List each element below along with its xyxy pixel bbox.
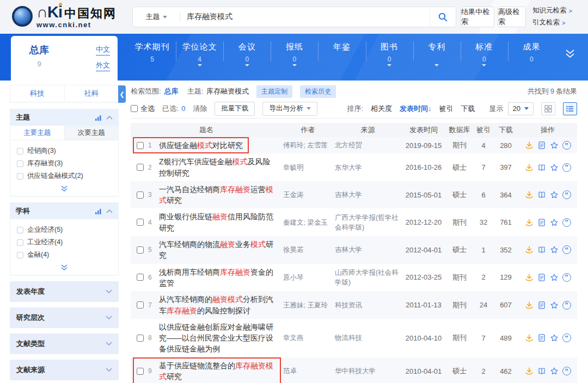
html-read-icon[interactable] <box>537 333 546 342</box>
link-chinese[interactable]: 中文 <box>96 45 110 55</box>
html-read-icon[interactable] <box>537 301 546 310</box>
download-icon[interactable] <box>525 367 534 375</box>
col-cited[interactable]: 被引 <box>474 125 493 135</box>
download-icon[interactable] <box>525 273 534 282</box>
filter-tab-keji[interactable]: 科技 <box>10 85 64 102</box>
citation-search-link[interactable]: 引文检索> <box>532 18 572 27</box>
nav-item[interactable]: 学位论文 4 <box>176 34 223 81</box>
result-source[interactable]: 山西师大学报(社会科学版) <box>334 268 402 287</box>
row-checkbox[interactable] <box>137 368 144 375</box>
download-icon[interactable] <box>525 141 534 150</box>
book-read-icon[interactable] <box>537 245 546 254</box>
list-view-button[interactable] <box>563 102 577 115</box>
batch-download-button[interactable]: 批量下载 <box>215 102 255 116</box>
page-size-select[interactable]: 20 <box>508 102 534 115</box>
result-title-link[interactable]: 一汽马自达经销商库存融资运营模式研究 <box>159 184 275 206</box>
result-authors[interactable]: 徐昊若 <box>282 245 334 255</box>
facet-item[interactable]: 工业经济(4) <box>17 236 113 249</box>
result-title-link[interactable]: 基于供应链物流整合的库存融资模式研究 <box>159 360 275 382</box>
result-authors[interactable]: 章毓明 <box>282 163 334 172</box>
quote-icon[interactable] <box>562 301 571 310</box>
result-cited-count[interactable]: 2 <box>474 367 493 375</box>
row-checkbox[interactable] <box>137 142 144 149</box>
quote-icon[interactable] <box>562 163 571 172</box>
html-read-icon[interactable] <box>537 273 546 282</box>
facet-item[interactable]: 库存融资(3) <box>17 157 113 170</box>
scope-value[interactable]: 总库 <box>164 87 179 96</box>
quote-icon[interactable] <box>562 190 571 199</box>
subtab-secondary-topic[interactable]: 次要主题 <box>64 126 119 140</box>
col-source[interactable]: 来源 <box>334 125 402 135</box>
nav-item[interactable]: 会议 0 <box>223 34 271 81</box>
nav-item[interactable]: 专利 <box>413 34 461 81</box>
expand-more-icon[interactable] <box>10 184 118 196</box>
result-source[interactable]: 广西大学学报(哲学社会科学版) <box>334 213 402 232</box>
result-authors[interactable]: 范卓 <box>282 366 334 376</box>
sort-cited[interactable]: 被引 <box>439 104 454 114</box>
facet-bar-publish-year[interactable]: 发表年度 <box>10 281 119 302</box>
result-title-link[interactable]: 汽车经销商的物流融资业务模式研究 <box>159 239 275 261</box>
row-checkbox[interactable] <box>137 301 144 308</box>
col-title[interactable]: 题名 <box>131 125 282 135</box>
favorite-icon[interactable] <box>550 301 559 310</box>
download-icon[interactable] <box>525 163 534 172</box>
facet-bar-research-level[interactable]: 研究层次 <box>10 307 119 328</box>
result-title-link[interactable]: 供应链金融模式对比研究 <box>159 140 243 151</box>
col-date[interactable]: 发表时间 <box>402 125 445 135</box>
quote-icon[interactable] <box>562 333 571 342</box>
result-source[interactable]: 华中科技大学 <box>334 366 402 376</box>
col-download[interactable]: 下载 <box>493 125 518 135</box>
facet-item[interactable]: 金融(4) <box>17 249 113 261</box>
facet-bar-document-type[interactable]: 文献类型 <box>10 333 119 354</box>
nav-item[interactable]: 图书 0 <box>366 34 413 81</box>
select-all[interactable]: 全选 <box>131 104 155 114</box>
col-author[interactable]: 作者 <box>282 125 334 135</box>
search-in-results-button[interactable]: 结果中检索 <box>461 7 494 27</box>
favorite-icon[interactable] <box>550 245 559 254</box>
result-authors[interactable]: 傅莉玲; 左雪莲 <box>282 140 334 150</box>
expand-nav-icon[interactable] <box>564 49 576 60</box>
search-history-badge[interactable]: 检索历史 <box>300 85 336 98</box>
export-analyze-button[interactable]: 导出与分析 <box>262 102 317 116</box>
row-checkbox[interactable] <box>137 219 144 226</box>
result-cited-count[interactable]: 7 <box>474 163 493 171</box>
result-source[interactable]: 吉林大学 <box>334 245 402 255</box>
chevron-up-icon[interactable] <box>106 115 113 120</box>
download-icon[interactable] <box>525 301 534 310</box>
row-checkbox[interactable] <box>137 164 144 171</box>
sidebar-collapse-button[interactable]: ❮ <box>118 85 126 103</box>
row-checkbox[interactable] <box>137 335 144 342</box>
row-checkbox[interactable] <box>137 192 144 199</box>
row-checkbox[interactable] <box>137 246 144 254</box>
expand-more-icon[interactable] <box>10 263 118 275</box>
book-read-icon[interactable] <box>537 367 546 375</box>
search-button[interactable] <box>430 7 456 27</box>
quote-icon[interactable] <box>562 141 571 150</box>
result-source[interactable]: 吉林大学 <box>334 190 402 200</box>
facet-item[interactable]: 经销商(3) <box>17 145 113 157</box>
result-authors[interactable]: 王雅妹; 王夏玲 <box>282 300 334 310</box>
result-cited-count[interactable]: 2 <box>474 273 493 281</box>
html-read-icon[interactable] <box>537 141 546 150</box>
filter-tab-sheke[interactable]: 社科 <box>64 85 119 102</box>
result-authors[interactable]: 原小琴 <box>282 273 334 282</box>
nav-item[interactable]: 学术期刊 5 <box>128 34 176 81</box>
result-cited-count[interactable]: 24 <box>474 301 493 309</box>
result-title-link[interactable]: 商业银行供应链融资信用风险防范研究 <box>159 211 275 233</box>
checkbox[interactable] <box>17 160 23 167</box>
subtab-main-topic[interactable]: 主要主题 <box>10 126 64 140</box>
result-cited-count[interactable]: 7 <box>474 334 493 342</box>
favorite-icon[interactable] <box>550 273 559 282</box>
result-cited-count[interactable]: 32 <box>474 218 493 226</box>
result-cited-count[interactable]: 6 <box>474 191 493 199</box>
favorite-icon[interactable] <box>550 367 559 375</box>
chevron-up-icon[interactable] <box>106 209 113 213</box>
sort-publish-time[interactable]: 发表时间↓ <box>400 104 432 114</box>
quote-icon[interactable] <box>562 367 571 375</box>
result-source[interactable]: 北方经贸 <box>334 140 402 150</box>
checkbox[interactable] <box>17 252 23 258</box>
checkbox[interactable] <box>17 239 23 246</box>
nav-item[interactable]: 年鉴 <box>318 34 365 81</box>
sort-relevance[interactable]: 相关度 <box>371 104 392 114</box>
book-read-icon[interactable] <box>537 163 546 172</box>
